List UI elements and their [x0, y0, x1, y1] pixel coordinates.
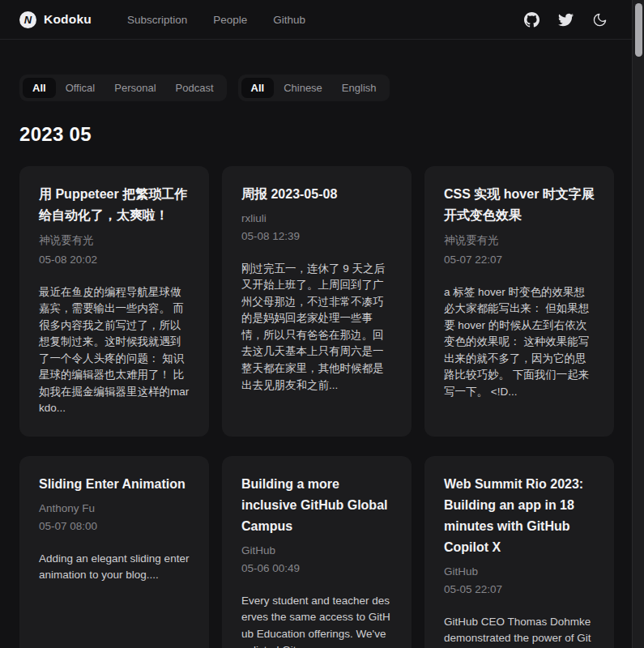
header-icons: [524, 12, 608, 28]
post-card[interactable]: Web Summit Rio 2023: Building an app in …: [424, 456, 614, 648]
post-author: 神说要有光: [444, 233, 595, 248]
twitter-icon[interactable]: [558, 12, 574, 28]
post-card[interactable]: Sliding Enter Animation Anthony Fu 05-07…: [19, 456, 209, 648]
filter-option-category-offical[interactable]: Offical: [56, 78, 105, 98]
post-date: 05-06 00:49: [241, 562, 392, 574]
post-author: GitHub: [444, 565, 595, 578]
brand[interactable]: N Kodoku: [19, 11, 92, 28]
filter-group-language: AllChineseEnglish: [238, 75, 390, 101]
post-grid: 用 Puppeteer 把繁琐工作给自动化了，太爽啦！ 神说要有光 05-08 …: [19, 166, 614, 648]
post-card[interactable]: 周报 2023-05-08 rxliuli 05-08 12:39 刚过完五一，…: [222, 166, 412, 437]
post-date: 05-07 08:00: [39, 520, 190, 532]
post-card[interactable]: Building a more inclusive GitHub Global …: [222, 456, 412, 648]
top-nav: N Kodoku SubscriptionPeopleGithub: [0, 0, 632, 40]
filter-option-language-all[interactable]: All: [241, 78, 275, 98]
nav-item-github[interactable]: Github: [260, 9, 318, 31]
nav-item-people[interactable]: People: [200, 9, 260, 31]
post-excerpt: 刚过完五一，连休了 9 天之后又开始上班了。上周回到了广州父母那边，不过非常不凑…: [241, 261, 392, 394]
post-title: CSS 实现 hover 时文字展开式变色效果: [444, 184, 595, 226]
brand-name: Kodoku: [44, 12, 92, 27]
filter-option-category-personal[interactable]: Personal: [104, 78, 165, 98]
github-icon[interactable]: [524, 12, 540, 28]
post-title: Sliding Enter Animation: [39, 474, 190, 495]
nav-item-subscription[interactable]: Subscription: [114, 9, 200, 31]
post-date: 05-07 22:07: [444, 254, 595, 266]
section-title: 2023 05: [19, 123, 614, 146]
post-author: Anthony Fu: [39, 502, 190, 514]
post-author: 神说要有光: [39, 233, 190, 248]
post-excerpt: Every student and teacher deserves the s…: [241, 593, 392, 648]
filter-bar: AllOfficalPersonalPodcast AllChineseEngl…: [19, 75, 614, 101]
scrollbar-thumb[interactable]: [635, 3, 642, 57]
filter-option-category-all[interactable]: All: [23, 78, 56, 98]
post-excerpt: Adding an elegant sliding enter animatio…: [39, 551, 190, 584]
post-title: 用 Puppeteer 把繁琐工作给自动化了，太爽啦！: [39, 184, 190, 226]
post-title: Building a more inclusive GitHub Global …: [241, 474, 392, 537]
post-date: 05-05 22:07: [444, 583, 595, 595]
post-title: 周报 2023-05-08: [241, 184, 392, 205]
filter-group-category: AllOfficalPersonalPodcast: [19, 75, 227, 101]
post-excerpt: a 标签 hover 时变色的效果想必大家都能写出来： 但如果想要 hover …: [444, 284, 595, 401]
post-excerpt: GitHub CEO Thomas Dohmke demonstrated th…: [444, 614, 595, 648]
post-author: GitHub: [241, 544, 392, 556]
post-card[interactable]: CSS 实现 hover 时文字展开式变色效果 神说要有光 05-07 22:0…: [424, 166, 614, 437]
post-author: rxliuli: [241, 212, 392, 224]
filter-option-language-chinese[interactable]: Chinese: [274, 78, 332, 98]
filter-option-language-english[interactable]: English: [332, 78, 386, 98]
moon-icon[interactable]: [592, 12, 608, 28]
post-excerpt: 最近在鱼皮的编程导航星球做嘉宾，需要输出一些内容。 而很多内容我之前写过了，所以…: [39, 284, 190, 417]
nav-links: SubscriptionPeopleGithub: [114, 9, 318, 31]
kodoku-logo-icon: N: [19, 11, 36, 28]
post-title: Web Summit Rio 2023: Building an app in …: [444, 474, 595, 558]
post-card[interactable]: 用 Puppeteer 把繁琐工作给自动化了，太爽啦！ 神说要有光 05-08 …: [19, 166, 209, 437]
post-date: 05-08 20:02: [39, 254, 190, 266]
filter-option-category-podcast[interactable]: Podcast: [166, 78, 224, 98]
main-content: AllOfficalPersonalPodcast AllChineseEngl…: [0, 75, 632, 648]
scrollbar-track[interactable]: [632, 0, 644, 648]
post-date: 05-08 12:39: [241, 230, 392, 242]
